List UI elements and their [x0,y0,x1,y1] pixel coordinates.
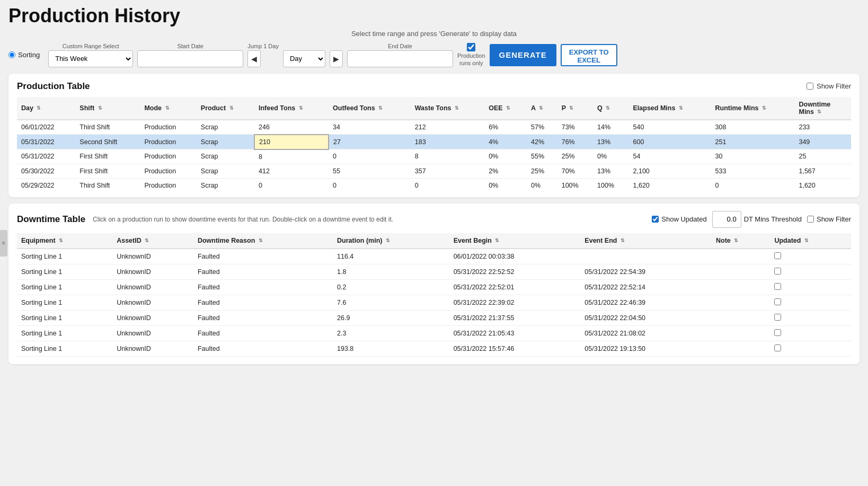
col-shift[interactable]: Shift ⇅ [75,97,140,120]
table-cell: 76% [557,135,593,149]
table-row[interactable]: Sorting Line 1UnknownIDFaulted2.305/31/2… [17,325,851,341]
table-cell [712,341,770,356]
table-row[interactable]: 05/31/2022First ShiftProductionScrap8080… [17,149,851,164]
col-downtime[interactable]: DowntimeMins ⇅ [794,97,851,120]
table-cell: 2,100 [629,164,711,178]
table-cell: Sorting Line 1 [17,279,112,295]
updated-cell [770,249,851,264]
table-cell: Production [140,164,196,178]
table-cell: 30 [711,149,795,164]
table-cell: 05/31/2022 22:52:01 [449,279,581,295]
col-day[interactable]: Day ⇅ [17,97,75,120]
custom-range-select[interactable]: This Week Last Week This Month Last Mont… [48,50,133,67]
table-cell: 183 [411,135,484,149]
table-cell: 2% [484,164,527,178]
updated-checkbox[interactable] [774,314,781,321]
downtime-show-filter-checkbox[interactable] [807,216,814,223]
sidebar-handle[interactable]: ≡ [0,230,7,257]
table-cell: 05/29/2022 [17,178,75,190]
table-cell: 70% [557,164,593,178]
updated-cell [770,341,851,356]
table-row[interactable]: Sorting Line 1UnknownIDFaulted1.805/31/2… [17,264,851,279]
table-cell: 0 [711,178,795,190]
updated-checkbox[interactable] [774,298,781,305]
table-cell: 42% [527,135,557,149]
production-table: Day ⇅ Shift ⇅ Mode ⇅ Product ⇅ Infeed To… [17,97,851,190]
prod-runs-checkbox[interactable] [467,43,475,51]
downtime-table-body: Sorting Line 1UnknownIDFaulted116.406/01… [17,249,851,357]
col-reason[interactable]: Downtime Reason ⇅ [193,233,333,249]
col-oee[interactable]: OEE ⇅ [484,97,527,120]
start-date-input[interactable]: May 29, 2022 12:00 AM [137,50,243,67]
table-row[interactable]: 05/29/2022Third ShiftProductionScrap0000… [17,178,851,190]
sorting-radio-group: Sorting [8,51,40,59]
downtime-table-scroll[interactable]: Equipment ⇅ AssetID ⇅ Downtime Reason ⇅ … [17,233,851,357]
end-date-input[interactable]: Jun 4, 2022 12:00 AM [347,50,453,67]
jump-right-button[interactable]: ▶ [330,50,343,67]
col-outfeed[interactable]: Outfeed Tons ⇅ [329,97,411,120]
col-waste[interactable]: Waste Tons ⇅ [411,97,484,120]
show-updated-checkbox[interactable] [652,216,659,223]
updated-checkbox[interactable] [774,329,781,336]
prod-runs-check-group: Productionruns only [457,43,485,66]
table-cell: Faulted [193,310,333,325]
col-q[interactable]: Q ⇅ [593,97,628,120]
sorting-radio[interactable] [8,51,15,58]
table-cell: 0.2 [333,279,449,295]
table-cell: Second Shift [75,135,140,149]
table-row[interactable]: 05/30/2022First ShiftProductionScrap4125… [17,164,851,178]
updated-checkbox[interactable] [774,344,781,351]
col-updated[interactable]: Updated ⇅ [770,233,851,249]
col-event-end[interactable]: Event End ⇅ [580,233,712,249]
table-row[interactable]: Sorting Line 1UnknownIDFaulted26.905/31/… [17,310,851,325]
table-cell: Scrap [197,164,254,178]
table-cell: 251 [711,135,795,149]
col-assetid[interactable]: AssetID ⇅ [112,233,193,249]
table-cell: 05/31/2022 [17,135,75,149]
table-cell: 1,620 [794,178,851,190]
threshold-area: DT Mins Threshold [712,211,802,228]
table-cell: Sorting Line 1 [17,341,112,356]
col-equipment[interactable]: Equipment ⇅ [17,233,112,249]
updated-checkbox[interactable] [774,252,781,259]
production-show-filter-checkbox[interactable] [807,83,813,90]
table-row[interactable]: Sorting Line 1UnknownIDFaulted7.605/31/2… [17,295,851,310]
jump-label: Jump 1 Day [247,43,279,49]
table-cell: 210 [254,135,329,149]
col-product[interactable]: Product ⇅ [197,97,254,120]
updated-checkbox[interactable] [774,283,781,290]
col-infeed[interactable]: Infeed Tons ⇅ [254,97,329,120]
table-row[interactable]: Sorting Line 1UnknownIDFaulted193.805/31… [17,341,851,356]
table-row[interactable]: Sorting Line 1UnknownIDFaulted0.205/31/2… [17,279,851,295]
table-cell: Third Shift [75,178,140,190]
generate-button[interactable]: GENERATE [490,44,556,66]
table-cell: First Shift [75,149,140,164]
updated-checkbox[interactable] [774,268,781,275]
col-elapsed[interactable]: Elapsed Mins ⇅ [629,97,711,120]
production-table-scroll[interactable]: Day ⇅ Shift ⇅ Mode ⇅ Product ⇅ Infeed To… [17,97,851,190]
page-subtitle: Select time range and press 'Generate' t… [8,30,860,38]
table-cell: 0 [254,178,329,190]
table-row[interactable]: Sorting Line 1UnknownIDFaulted116.406/01… [17,249,851,264]
col-p[interactable]: P ⇅ [557,97,593,120]
jump-day-select[interactable]: Day Week Month [283,50,325,67]
jump-left-button[interactable]: ◀ [247,50,261,67]
col-event-begin[interactable]: Event Begin ⇅ [449,233,581,249]
downtime-hint: Click on a production run to show downti… [93,216,393,223]
col-runtime[interactable]: Runtime Mins ⇅ [711,97,795,120]
table-cell: Faulted [193,341,333,356]
col-a[interactable]: A ⇅ [527,97,557,120]
export-button[interactable]: EXPORT TOEXCEL [561,44,617,66]
table-cell: 54 [629,149,711,164]
production-panel-header: Production Table Show Filter [17,81,851,92]
threshold-input[interactable] [712,211,741,228]
col-note[interactable]: Note ⇅ [712,233,770,249]
table-cell: 4% [484,135,527,149]
table-cell: Sorting Line 1 [17,295,112,310]
table-row[interactable]: 05/31/2022Second ShiftProductionScrap210… [17,135,851,149]
col-mode[interactable]: Mode ⇅ [140,97,196,120]
col-duration[interactable]: Duration (min) ⇅ [333,233,449,249]
table-cell: Faulted [193,249,333,264]
table-cell: 06/01/2022 00:03:38 [449,249,581,264]
table-row[interactable]: 06/01/2022Third ShiftProductionScrap2463… [17,120,851,135]
